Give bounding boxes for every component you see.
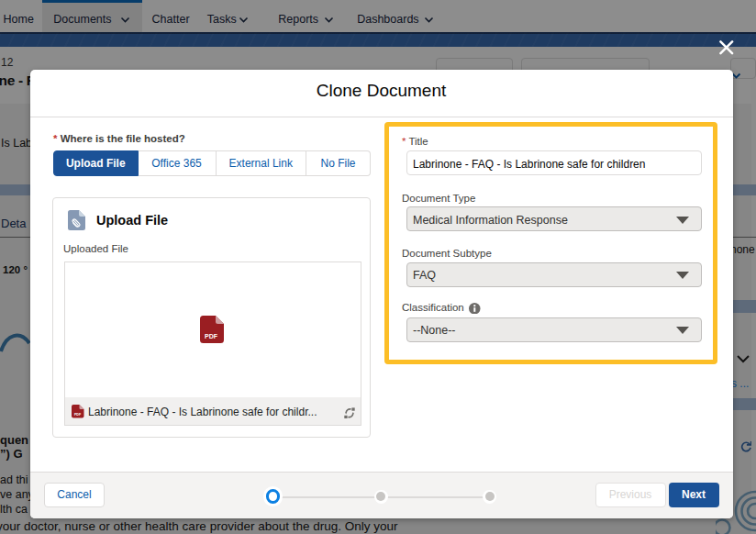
svg-text:PDF: PDF [74, 413, 82, 417]
svg-text:PDF: PDF [205, 333, 218, 339]
